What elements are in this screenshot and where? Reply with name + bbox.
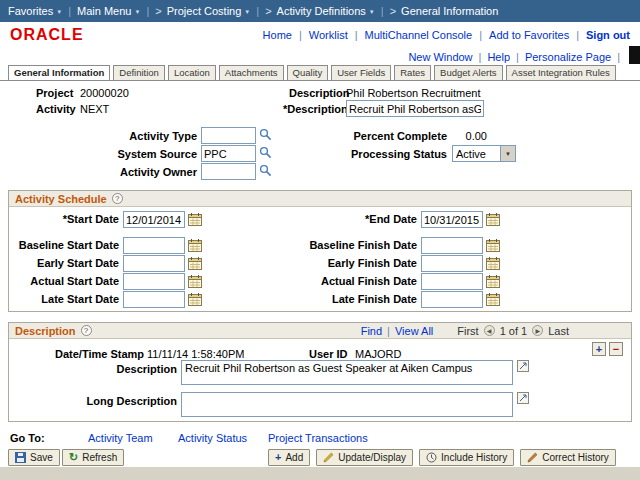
actual-start-date-input[interactable] xyxy=(123,273,185,290)
separator: | xyxy=(516,51,519,63)
activity-type-input[interactable] xyxy=(201,127,256,144)
late-finish-date-input[interactable] xyxy=(421,291,483,308)
description-textarea[interactable]: Recruit Phil Robertson as Guest Speaker … xyxy=(181,360,513,385)
caret-down-icon: ▼ xyxy=(56,9,62,15)
early-start-date-input[interactable] xyxy=(123,255,185,272)
breadcrumb-main-menu[interactable]: Main Menu ▼ xyxy=(77,5,140,17)
processing-status-value: Active xyxy=(453,148,500,160)
breadcrumb-activity-definitions[interactable]: Activity Definitions ▼ xyxy=(277,5,375,17)
datetime-stamp-label: Date/Time Stamp xyxy=(55,348,144,360)
tab-general-information[interactable]: General Information xyxy=(8,65,110,80)
add-button[interactable]: + Add xyxy=(268,449,310,466)
status-bar xyxy=(0,467,640,480)
activity-value: NEXT xyxy=(80,103,109,115)
activity-status-link[interactable]: Activity Status xyxy=(178,432,247,444)
calendar-icon[interactable] xyxy=(486,292,500,306)
personalize-page-link[interactable]: Personalize Page xyxy=(525,51,611,63)
early-start-date-label: Early Start Date xyxy=(17,257,119,269)
help-icon[interactable]: ? xyxy=(112,193,123,204)
delete-row-button[interactable]: − xyxy=(609,342,623,356)
separator: | xyxy=(617,51,620,63)
lookup-icon[interactable] xyxy=(259,146,272,159)
help-icon[interactable]: ? xyxy=(81,325,92,336)
activity-team-link[interactable]: Activity Team xyxy=(88,432,153,444)
breadcrumb-project-costing-label: Project Costing xyxy=(167,5,242,17)
start-date-label: *Start Date xyxy=(17,213,119,225)
breadcrumb-project-costing[interactable]: Project Costing ▼ xyxy=(167,5,251,17)
description-input[interactable] xyxy=(346,100,484,117)
calendar-icon[interactable] xyxy=(188,274,202,288)
help-link[interactable]: Help xyxy=(487,51,510,63)
find-link[interactable]: Find xyxy=(361,325,382,337)
late-start-date-label: Late Start Date xyxy=(17,293,119,305)
plus-icon: + xyxy=(275,452,281,463)
tab-attachments[interactable]: Attachments xyxy=(219,65,284,80)
breadcrumb-main-menu-label: Main Menu xyxy=(77,5,131,17)
schedule-row: Baseline Start Date Baseline Finish Date xyxy=(9,237,631,255)
lookup-icon[interactable] xyxy=(259,164,272,177)
correct-history-button[interactable]: Correct History xyxy=(520,449,616,466)
tab-budget-alerts[interactable]: Budget Alerts xyxy=(434,65,503,80)
calendar-icon[interactable] xyxy=(188,212,202,226)
tab-user-fields[interactable]: User Fields xyxy=(331,65,391,80)
refresh-label: Refresh xyxy=(82,452,117,463)
correct-history-label: Correct History xyxy=(542,452,609,463)
calendar-icon[interactable] xyxy=(188,238,202,252)
calendar-icon[interactable] xyxy=(188,256,202,270)
actual-finish-date-label: Actual Finish Date xyxy=(307,275,417,287)
save-disk-icon xyxy=(15,452,26,463)
expand-icon[interactable] xyxy=(517,360,529,372)
start-date-input[interactable] xyxy=(123,211,185,228)
corner-decoration xyxy=(629,46,640,64)
system-source-input[interactable] xyxy=(201,145,256,162)
tab-definition[interactable]: Definition xyxy=(113,65,165,80)
baseline-finish-date-input[interactable] xyxy=(421,237,483,254)
next-row-icon[interactable]: ▶ xyxy=(532,325,543,336)
separator: | xyxy=(479,51,482,63)
percent-complete-value: 0.00 xyxy=(437,130,487,142)
end-date-input[interactable] xyxy=(421,211,483,228)
breadcrumb-favorites[interactable]: Favorites ▼ xyxy=(8,5,62,17)
sign-out-link[interactable]: Sign out xyxy=(586,29,630,41)
separator: | xyxy=(146,5,149,17)
actual-finish-date-input[interactable] xyxy=(421,273,483,290)
calendar-icon[interactable] xyxy=(486,256,500,270)
previous-row-icon[interactable]: ◀ xyxy=(484,325,495,336)
project-transactions-link[interactable]: Project Transactions xyxy=(268,432,368,444)
add-row-button[interactable]: + xyxy=(592,342,606,356)
activity-schedule-section: Activity Schedule ? *Start Date *End Dat… xyxy=(8,190,632,312)
calendar-icon[interactable] xyxy=(486,238,500,252)
activity-schedule-header: Activity Schedule ? xyxy=(9,191,631,207)
refresh-button[interactable]: ↻ Refresh xyxy=(62,449,124,466)
home-link[interactable]: Home xyxy=(263,29,292,41)
tab-rates[interactable]: Rates xyxy=(394,65,431,80)
application-window: Favorites ▼ | Main Menu ▼ | > Project Co… xyxy=(0,0,640,480)
tab-location[interactable]: Location xyxy=(168,65,216,80)
worklist-link[interactable]: Worklist xyxy=(309,29,348,41)
multichannel-console-link[interactable]: MultiChannel Console xyxy=(365,29,473,41)
update-display-button[interactable]: Update/Display xyxy=(316,449,413,466)
early-finish-date-input[interactable] xyxy=(421,255,483,272)
long-description-textarea[interactable] xyxy=(181,392,513,417)
new-window-link[interactable]: New Window xyxy=(408,51,472,63)
schedule-row: *Start Date *End Date xyxy=(9,211,631,229)
lookup-icon[interactable] xyxy=(259,128,272,141)
separator: | xyxy=(576,29,579,41)
late-start-date-input[interactable] xyxy=(123,291,185,308)
activity-owner-input[interactable] xyxy=(201,163,256,180)
calendar-icon[interactable] xyxy=(486,212,500,226)
separator: | xyxy=(381,5,384,17)
clock-icon xyxy=(426,452,437,463)
calendar-icon[interactable] xyxy=(486,274,500,288)
processing-status-select[interactable]: Active ▼ xyxy=(452,145,516,162)
save-button[interactable]: Save xyxy=(8,449,60,466)
tab-asset-integration-rules[interactable]: Asset Integration Rules xyxy=(506,65,616,80)
tab-quality[interactable]: Quality xyxy=(287,65,329,80)
baseline-start-date-input[interactable] xyxy=(123,237,185,254)
expand-icon[interactable] xyxy=(517,392,529,404)
include-history-button[interactable]: Include History xyxy=(419,449,514,466)
last-label: Last xyxy=(548,325,569,337)
view-all-link[interactable]: View All xyxy=(395,325,433,337)
calendar-icon[interactable] xyxy=(188,292,202,306)
add-to-favorites-link[interactable]: Add to Favorites xyxy=(489,29,569,41)
